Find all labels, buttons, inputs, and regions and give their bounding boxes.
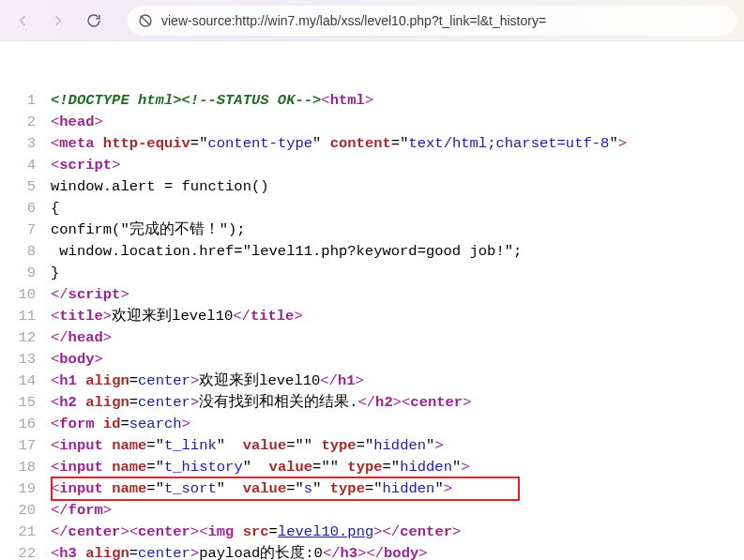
forward-button[interactable] — [43, 6, 73, 36]
line-code[interactable]: <h2 align=center>没有找到和相关的结果.</h2><center… — [47, 392, 744, 414]
line-code[interactable]: } — [47, 263, 744, 284]
line-code[interactable]: <meta http-equiv="content-type" content=… — [47, 133, 744, 155]
line-code[interactable]: <title>欢迎来到level10</title> — [47, 306, 744, 327]
reload-button[interactable] — [79, 6, 109, 36]
source-line: 19<input name="t_sort" value="s" type="h… — [0, 478, 744, 500]
line-number: 10 — [0, 284, 47, 306]
line-number: 17 — [0, 435, 47, 457]
address-bar[interactable]: view-source:http://win7.my/lab/xss/level… — [128, 6, 736, 36]
line-number: 15 — [0, 392, 47, 414]
line-number: 4 — [0, 155, 47, 176]
line-code[interactable]: <input name="t_link" value="" type="hidd… — [47, 435, 744, 457]
source-line: 21</center><center><img src=level10.png>… — [0, 522, 744, 543]
line-code[interactable]: </head> — [47, 327, 744, 349]
source-line: 15<h2 align=center>没有找到和相关的结果.</h2><cent… — [0, 392, 744, 414]
source-line: 18<input name="t_history" value="" type=… — [0, 457, 744, 478]
line-code[interactable]: <form id=search> — [47, 414, 744, 435]
line-number: 18 — [0, 457, 47, 478]
line-number: 14 — [0, 371, 47, 392]
line-number: 6 — [0, 198, 47, 219]
source-line: 2<head> — [0, 112, 744, 133]
line-number: 13 — [0, 349, 47, 371]
line-code[interactable]: <h3 align=center>payload的长度:0</h3></body… — [47, 543, 744, 560]
arrow-right-icon — [50, 12, 67, 29]
line-number: 2 — [0, 112, 47, 133]
line-code[interactable]: </form> — [47, 500, 744, 522]
source-line: 3<meta http-equiv="content-type" content… — [0, 133, 744, 155]
source-line: 1<!DOCTYPE html><!--STATUS OK--><html> — [0, 90, 744, 112]
line-code[interactable]: <input name="t_sort" value="s" type="hid… — [47, 478, 744, 500]
source-line: 17<input name="t_link" value="" type="hi… — [0, 435, 744, 457]
line-code[interactable]: { — [47, 198, 744, 219]
line-code[interactable]: <head> — [47, 112, 744, 133]
source-line: 13<body> — [0, 349, 744, 371]
line-number: 21 — [0, 522, 47, 543]
source-line: 14<h1 align=center>欢迎来到level10</h1> — [0, 371, 744, 392]
line-number: 1 — [0, 90, 47, 112]
source-line: 4<script> — [0, 155, 744, 176]
line-code[interactable]: </center><center><img src=level10.png></… — [47, 522, 744, 543]
line-number: 22 — [0, 543, 47, 560]
line-number: 5 — [0, 176, 47, 198]
source-line: 9} — [0, 263, 744, 284]
line-number: 16 — [0, 414, 47, 435]
line-number: 3 — [0, 133, 47, 155]
line-code[interactable]: <input name="t_history" value="" type="h… — [47, 457, 744, 478]
line-code[interactable]: <h1 align=center>欢迎来到level10</h1> — [47, 371, 744, 392]
source-line: 5window.alert = function() — [0, 176, 744, 198]
line-code[interactable]: <!DOCTYPE html><!--STATUS OK--><html> — [47, 90, 744, 112]
source-line: 16<form id=search> — [0, 414, 744, 435]
back-button[interactable] — [8, 6, 38, 36]
line-code[interactable]: </script> — [47, 284, 744, 306]
not-secure-icon — [137, 12, 154, 29]
source-line: 22<h3 align=center>payload的长度:0</h3></bo… — [0, 543, 744, 560]
reload-icon — [85, 12, 102, 29]
source-line: 20</form> — [0, 500, 744, 522]
url-text: view-source:http://win7.my/lab/xss/level… — [161, 13, 546, 28]
source-line: 11<title>欢迎来到level10</title> — [0, 306, 744, 327]
browser-toolbar: view-source:http://win7.my/lab/xss/level… — [0, 0, 744, 41]
line-code[interactable]: <body> — [47, 349, 744, 371]
source-line: 7confirm("完成的不错！"); — [0, 219, 744, 241]
source-line: 8 window.location.href="level11.php?keyw… — [0, 241, 744, 263]
line-number: 20 — [0, 500, 47, 522]
line-code[interactable]: confirm("完成的不错！"); — [47, 219, 744, 241]
source-line: 10</script> — [0, 284, 744, 306]
line-code[interactable]: window.alert = function() — [47, 176, 744, 198]
source-view[interactable]: 1<!DOCTYPE html><!--STATUS OK--><html>2<… — [0, 41, 744, 560]
line-code[interactable]: window.location.href="level11.php?keywor… — [47, 241, 744, 263]
line-number: 9 — [0, 263, 47, 284]
line-number: 8 — [0, 241, 47, 263]
source-line: 12</head> — [0, 327, 744, 349]
line-number: 7 — [0, 219, 47, 241]
line-number: 12 — [0, 327, 47, 349]
line-code[interactable]: <script> — [47, 155, 744, 176]
source-line: 6{ — [0, 198, 744, 219]
line-number: 11 — [0, 306, 47, 327]
arrow-left-icon — [14, 12, 31, 29]
line-number: 19 — [0, 478, 47, 500]
